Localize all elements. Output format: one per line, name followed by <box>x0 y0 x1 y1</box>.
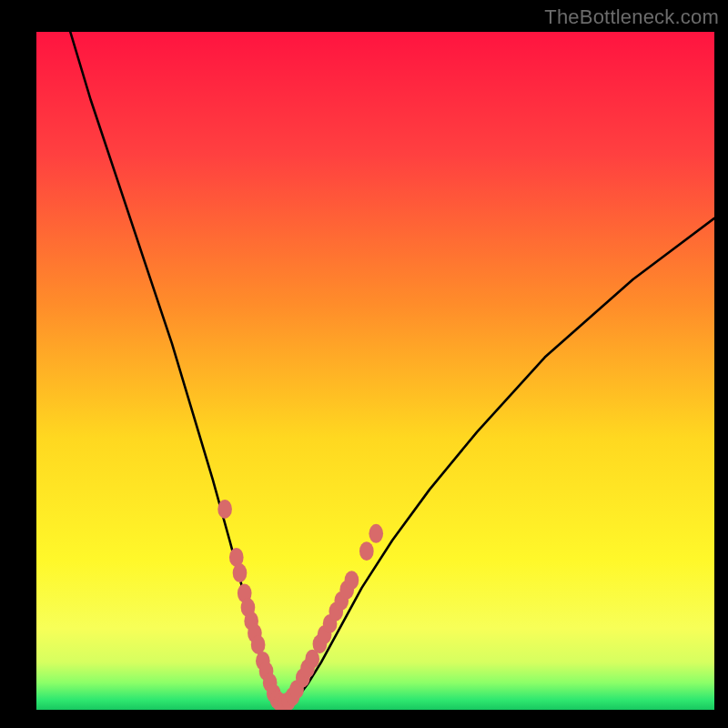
marker-dot <box>251 635 266 654</box>
highlight-markers <box>217 500 383 710</box>
marker-dot <box>369 524 383 543</box>
marker-dot <box>217 500 232 519</box>
marker-dot <box>233 563 248 582</box>
marker-dot <box>359 541 374 561</box>
marker-dot <box>345 571 359 590</box>
plot-area <box>36 32 714 710</box>
frame: TheBottleneck.com <box>0 0 728 728</box>
chart-overlay <box>36 32 714 710</box>
bottleneck-curve <box>70 32 714 703</box>
watermark-text: TheBottleneck.com <box>544 5 719 29</box>
